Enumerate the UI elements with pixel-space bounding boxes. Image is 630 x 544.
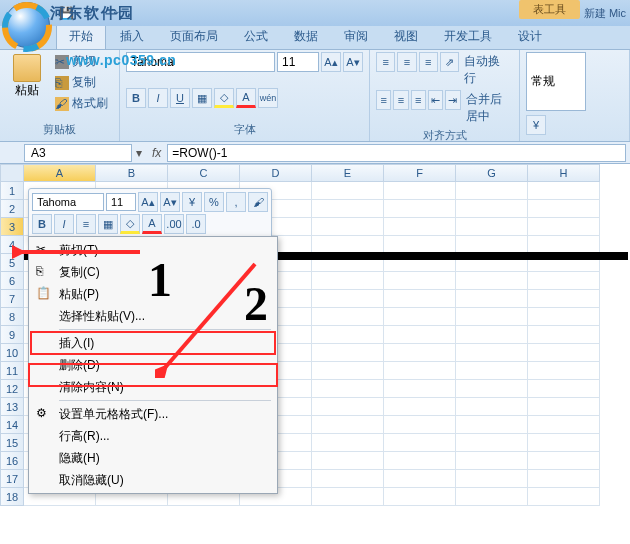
cell[interactable] bbox=[528, 200, 600, 218]
cell[interactable] bbox=[528, 218, 600, 236]
context-menu-item[interactable]: 行高(R)... bbox=[31, 425, 275, 447]
font-color-button[interactable]: A bbox=[236, 88, 256, 108]
cell[interactable] bbox=[528, 416, 600, 434]
paste-button[interactable]: 粘贴 bbox=[6, 52, 48, 113]
indent-inc-button[interactable]: ⇥ bbox=[445, 90, 460, 110]
cell[interactable] bbox=[528, 308, 600, 326]
cell[interactable] bbox=[456, 362, 528, 380]
underline-button[interactable]: U bbox=[170, 88, 190, 108]
currency-button[interactable]: ¥ bbox=[526, 115, 546, 135]
cell[interactable] bbox=[456, 434, 528, 452]
column-header-E[interactable]: E bbox=[312, 164, 384, 182]
cell[interactable] bbox=[528, 488, 600, 506]
cell[interactable] bbox=[384, 470, 456, 488]
fx-icon[interactable]: fx bbox=[152, 146, 161, 160]
cell[interactable] bbox=[312, 380, 384, 398]
format-painter-button[interactable]: 🖌格式刷 bbox=[52, 94, 111, 113]
cell[interactable] bbox=[528, 398, 600, 416]
cell[interactable] bbox=[384, 326, 456, 344]
row-header[interactable]: 14 bbox=[0, 416, 24, 434]
mini-dec-decrease[interactable]: .0 bbox=[186, 214, 206, 234]
tab-design[interactable]: 设计 bbox=[506, 24, 554, 49]
cell[interactable] bbox=[528, 290, 600, 308]
cell[interactable] bbox=[312, 272, 384, 290]
row-header[interactable]: 8 bbox=[0, 308, 24, 326]
mini-font-combo[interactable]: Tahoma bbox=[32, 193, 104, 211]
mini-currency[interactable]: ¥ bbox=[182, 192, 202, 212]
cell[interactable] bbox=[456, 416, 528, 434]
context-menu-item[interactable]: 取消隐藏(U) bbox=[31, 469, 275, 491]
bold-button[interactable]: B bbox=[126, 88, 146, 108]
mini-font-color[interactable]: A bbox=[142, 214, 162, 234]
cell[interactable] bbox=[528, 182, 600, 200]
tab-home[interactable]: 开始 bbox=[56, 23, 106, 49]
tab-view[interactable]: 视图 bbox=[382, 24, 430, 49]
align-center-button[interactable]: ≡ bbox=[393, 90, 408, 110]
cell[interactable] bbox=[456, 200, 528, 218]
row-header[interactable]: 13 bbox=[0, 398, 24, 416]
mini-border[interactable]: ▦ bbox=[98, 214, 118, 234]
cell[interactable] bbox=[456, 470, 528, 488]
row-header[interactable]: 9 bbox=[0, 326, 24, 344]
cell[interactable] bbox=[312, 200, 384, 218]
cell[interactable] bbox=[456, 326, 528, 344]
cell[interactable] bbox=[384, 398, 456, 416]
cell[interactable] bbox=[456, 398, 528, 416]
cell[interactable] bbox=[384, 200, 456, 218]
cell[interactable] bbox=[528, 326, 600, 344]
italic-button[interactable]: I bbox=[148, 88, 168, 108]
cell[interactable] bbox=[312, 416, 384, 434]
mini-grow-font[interactable]: A▴ bbox=[138, 192, 158, 212]
border-button[interactable]: ▦ bbox=[192, 88, 212, 108]
mini-format-painter[interactable]: 🖌 bbox=[248, 192, 268, 212]
row-header[interactable]: 18 bbox=[0, 488, 24, 506]
cell[interactable] bbox=[312, 326, 384, 344]
context-menu-item[interactable]: ⚙设置单元格格式(F)... bbox=[31, 403, 275, 425]
cell[interactable] bbox=[384, 272, 456, 290]
column-header-C[interactable]: C bbox=[168, 164, 240, 182]
wrap-text-button[interactable]: 自动换行 bbox=[461, 52, 513, 88]
cell[interactable] bbox=[312, 308, 384, 326]
cell[interactable] bbox=[384, 308, 456, 326]
tab-page-layout[interactable]: 页面布局 bbox=[158, 24, 230, 49]
context-menu-item[interactable]: 清除内容(N) bbox=[31, 376, 275, 398]
name-box[interactable]: A3 bbox=[24, 144, 132, 162]
cell[interactable] bbox=[384, 344, 456, 362]
mini-fill[interactable]: ◇ bbox=[120, 214, 140, 234]
cell[interactable] bbox=[384, 218, 456, 236]
mini-shrink-font[interactable]: A▾ bbox=[160, 192, 180, 212]
cell[interactable] bbox=[312, 434, 384, 452]
column-header-A[interactable]: A bbox=[24, 164, 96, 182]
cell[interactable] bbox=[456, 452, 528, 470]
dropdown-icon[interactable]: ▾ bbox=[132, 146, 146, 160]
column-header-H[interactable]: H bbox=[528, 164, 600, 182]
cell[interactable] bbox=[528, 452, 600, 470]
cell[interactable] bbox=[312, 398, 384, 416]
context-menu-item[interactable]: 隐藏(H) bbox=[31, 447, 275, 469]
cell[interactable] bbox=[384, 416, 456, 434]
cell[interactable] bbox=[528, 344, 600, 362]
row-header[interactable]: 11 bbox=[0, 362, 24, 380]
shrink-font-button[interactable]: A▾ bbox=[343, 52, 363, 72]
cell[interactable] bbox=[528, 362, 600, 380]
mini-percent[interactable]: % bbox=[204, 192, 224, 212]
tab-review[interactable]: 审阅 bbox=[332, 24, 380, 49]
font-size-combo[interactable]: 11 bbox=[277, 52, 319, 72]
phonetic-button[interactable]: wén bbox=[258, 88, 278, 108]
cell[interactable] bbox=[312, 488, 384, 506]
cell[interactable] bbox=[384, 362, 456, 380]
cell[interactable] bbox=[384, 380, 456, 398]
cell[interactable] bbox=[528, 470, 600, 488]
row-header[interactable]: 17 bbox=[0, 470, 24, 488]
row-header[interactable]: 12 bbox=[0, 380, 24, 398]
cell[interactable] bbox=[312, 182, 384, 200]
cell[interactable] bbox=[384, 452, 456, 470]
column-header-B[interactable]: B bbox=[96, 164, 168, 182]
cell[interactable] bbox=[312, 344, 384, 362]
cell[interactable] bbox=[456, 380, 528, 398]
cell[interactable] bbox=[456, 182, 528, 200]
cell[interactable] bbox=[528, 272, 600, 290]
orientation-button[interactable]: ⇗ bbox=[440, 52, 459, 72]
fill-color-button[interactable]: ◇ bbox=[214, 88, 234, 108]
tab-insert[interactable]: 插入 bbox=[108, 24, 156, 49]
